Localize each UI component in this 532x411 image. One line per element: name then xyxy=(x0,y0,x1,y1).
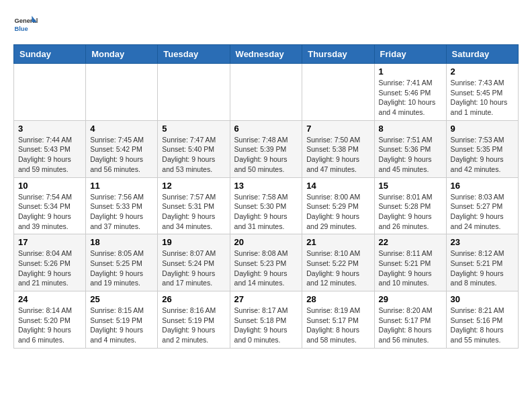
day-info: Sunrise: 7:51 AM Sunset: 5:36 PM Dayligh… xyxy=(379,135,442,175)
day-info: Sunrise: 8:12 AM Sunset: 5:21 PM Dayligh… xyxy=(451,248,514,288)
calendar-cell: 22Sunrise: 8:11 AM Sunset: 5:21 PM Dayli… xyxy=(374,234,446,291)
weekday-header: Tuesday xyxy=(158,45,230,64)
calendar-cell xyxy=(86,64,158,121)
day-info: Sunrise: 7:45 AM Sunset: 5:42 PM Dayligh… xyxy=(90,135,153,175)
day-number: 26 xyxy=(162,294,225,304)
calendar-cell: 23Sunrise: 8:12 AM Sunset: 5:21 PM Dayli… xyxy=(446,234,518,291)
calendar-cell: 19Sunrise: 8:07 AM Sunset: 5:24 PM Dayli… xyxy=(158,234,230,291)
day-number: 11 xyxy=(90,181,153,191)
calendar-cell xyxy=(230,64,302,121)
day-number: 15 xyxy=(379,181,442,191)
day-number: 20 xyxy=(234,237,298,247)
day-info: Sunrise: 8:08 AM Sunset: 5:23 PM Dayligh… xyxy=(234,248,298,288)
day-number: 8 xyxy=(379,124,442,134)
day-info: Sunrise: 8:21 AM Sunset: 5:16 PM Dayligh… xyxy=(451,306,514,345)
calendar-cell: 20Sunrise: 8:08 AM Sunset: 5:23 PM Dayli… xyxy=(230,234,302,291)
day-number: 30 xyxy=(451,294,514,304)
calendar-cell: 13Sunrise: 7:58 AM Sunset: 5:30 PM Dayli… xyxy=(230,177,302,234)
day-number: 13 xyxy=(234,181,298,191)
calendar-cell xyxy=(302,64,374,121)
day-number: 21 xyxy=(306,237,369,247)
weekday-header: Friday xyxy=(374,45,446,64)
calendar-cell: 3Sunrise: 7:44 AM Sunset: 5:43 PM Daylig… xyxy=(14,120,86,177)
day-info: Sunrise: 7:53 AM Sunset: 5:35 PM Dayligh… xyxy=(451,135,514,175)
calendar-cell: 25Sunrise: 8:15 AM Sunset: 5:19 PM Dayli… xyxy=(86,291,158,349)
day-number: 12 xyxy=(162,181,225,191)
calendar-cell: 16Sunrise: 8:03 AM Sunset: 5:27 PM Dayli… xyxy=(446,177,518,234)
day-info: Sunrise: 8:01 AM Sunset: 5:28 PM Dayligh… xyxy=(379,192,442,232)
day-info: Sunrise: 7:57 AM Sunset: 5:31 PM Dayligh… xyxy=(162,192,225,232)
calendar-cell: 2Sunrise: 7:43 AM Sunset: 5:45 PM Daylig… xyxy=(446,64,518,121)
day-info: Sunrise: 8:15 AM Sunset: 5:19 PM Dayligh… xyxy=(90,306,153,345)
day-number: 24 xyxy=(18,294,81,304)
calendar-week-row: 17Sunrise: 8:04 AM Sunset: 5:26 PM Dayli… xyxy=(14,234,519,291)
day-number: 1 xyxy=(379,66,442,77)
calendar-cell xyxy=(158,64,230,121)
weekday-header: Sunday xyxy=(14,45,86,64)
calendar-week-row: 24Sunrise: 8:14 AM Sunset: 5:20 PM Dayli… xyxy=(14,291,519,349)
logo-svg: General Blue xyxy=(13,13,38,38)
header: General Blue xyxy=(13,13,519,38)
day-number: 18 xyxy=(90,237,153,247)
calendar-cell: 11Sunrise: 7:56 AM Sunset: 5:33 PM Dayli… xyxy=(86,177,158,234)
day-number: 29 xyxy=(379,294,442,304)
calendar: SundayMondayTuesdayWednesdayThursdayFrid… xyxy=(13,44,519,349)
calendar-cell: 14Sunrise: 8:00 AM Sunset: 5:29 PM Dayli… xyxy=(302,177,374,234)
day-info: Sunrise: 8:14 AM Sunset: 5:20 PM Dayligh… xyxy=(18,306,81,345)
calendar-cell: 26Sunrise: 8:16 AM Sunset: 5:19 PM Dayli… xyxy=(158,291,230,349)
day-number: 19 xyxy=(162,237,225,247)
weekday-header: Saturday xyxy=(446,45,518,64)
day-info: Sunrise: 7:44 AM Sunset: 5:43 PM Dayligh… xyxy=(18,135,81,175)
calendar-week-row: 3Sunrise: 7:44 AM Sunset: 5:43 PM Daylig… xyxy=(14,120,519,177)
calendar-cell xyxy=(14,64,86,121)
day-info: Sunrise: 7:43 AM Sunset: 5:45 PM Dayligh… xyxy=(451,78,514,118)
day-number: 23 xyxy=(451,237,514,247)
day-info: Sunrise: 7:58 AM Sunset: 5:30 PM Dayligh… xyxy=(234,192,298,232)
day-info: Sunrise: 8:04 AM Sunset: 5:26 PM Dayligh… xyxy=(18,248,81,288)
day-info: Sunrise: 7:48 AM Sunset: 5:39 PM Dayligh… xyxy=(234,135,298,175)
day-number: 22 xyxy=(379,237,442,247)
calendar-cell: 29Sunrise: 8:20 AM Sunset: 5:17 PM Dayli… xyxy=(374,291,446,349)
calendar-cell: 15Sunrise: 8:01 AM Sunset: 5:28 PM Dayli… xyxy=(374,177,446,234)
calendar-cell: 4Sunrise: 7:45 AM Sunset: 5:42 PM Daylig… xyxy=(86,120,158,177)
day-info: Sunrise: 8:05 AM Sunset: 5:25 PM Dayligh… xyxy=(90,248,153,288)
calendar-cell: 18Sunrise: 8:05 AM Sunset: 5:25 PM Dayli… xyxy=(86,234,158,291)
logo: General Blue xyxy=(13,13,38,38)
calendar-week-row: 10Sunrise: 7:54 AM Sunset: 5:34 PM Dayli… xyxy=(14,177,519,234)
day-info: Sunrise: 8:20 AM Sunset: 5:17 PM Dayligh… xyxy=(379,306,442,345)
day-info: Sunrise: 8:00 AM Sunset: 5:29 PM Dayligh… xyxy=(306,192,369,232)
calendar-cell: 12Sunrise: 7:57 AM Sunset: 5:31 PM Dayli… xyxy=(158,177,230,234)
day-number: 27 xyxy=(234,294,298,304)
day-info: Sunrise: 7:50 AM Sunset: 5:38 PM Dayligh… xyxy=(306,135,369,175)
calendar-cell: 30Sunrise: 8:21 AM Sunset: 5:16 PM Dayli… xyxy=(446,291,518,349)
day-info: Sunrise: 8:03 AM Sunset: 5:27 PM Dayligh… xyxy=(451,192,514,232)
day-info: Sunrise: 7:47 AM Sunset: 5:40 PM Dayligh… xyxy=(162,135,225,175)
day-info: Sunrise: 8:16 AM Sunset: 5:19 PM Dayligh… xyxy=(162,306,225,345)
day-number: 25 xyxy=(90,294,153,304)
calendar-cell: 9Sunrise: 7:53 AM Sunset: 5:35 PM Daylig… xyxy=(446,120,518,177)
day-number: 9 xyxy=(451,124,514,134)
weekday-header: Wednesday xyxy=(230,45,302,64)
day-number: 7 xyxy=(306,124,369,134)
day-number: 6 xyxy=(234,124,298,134)
calendar-cell: 17Sunrise: 8:04 AM Sunset: 5:26 PM Dayli… xyxy=(14,234,86,291)
day-info: Sunrise: 7:41 AM Sunset: 5:46 PM Dayligh… xyxy=(379,78,442,118)
weekday-header: Monday xyxy=(86,45,158,64)
day-number: 2 xyxy=(451,66,514,77)
day-number: 5 xyxy=(162,124,225,134)
calendar-cell: 10Sunrise: 7:54 AM Sunset: 5:34 PM Dayli… xyxy=(14,177,86,234)
day-number: 28 xyxy=(306,294,369,304)
day-info: Sunrise: 8:17 AM Sunset: 5:18 PM Dayligh… xyxy=(234,306,298,345)
day-info: Sunrise: 8:19 AM Sunset: 5:17 PM Dayligh… xyxy=(306,306,369,345)
calendar-cell: 8Sunrise: 7:51 AM Sunset: 5:36 PM Daylig… xyxy=(374,120,446,177)
calendar-cell: 24Sunrise: 8:14 AM Sunset: 5:20 PM Dayli… xyxy=(14,291,86,349)
calendar-week-row: 1Sunrise: 7:41 AM Sunset: 5:46 PM Daylig… xyxy=(14,64,519,121)
calendar-cell: 7Sunrise: 7:50 AM Sunset: 5:38 PM Daylig… xyxy=(302,120,374,177)
day-number: 16 xyxy=(451,181,514,191)
calendar-cell: 6Sunrise: 7:48 AM Sunset: 5:39 PM Daylig… xyxy=(230,120,302,177)
calendar-cell: 21Sunrise: 8:10 AM Sunset: 5:22 PM Dayli… xyxy=(302,234,374,291)
calendar-cell: 1Sunrise: 7:41 AM Sunset: 5:46 PM Daylig… xyxy=(374,64,446,121)
day-number: 17 xyxy=(18,237,81,247)
day-info: Sunrise: 7:54 AM Sunset: 5:34 PM Dayligh… xyxy=(18,192,81,232)
weekday-header: Thursday xyxy=(302,45,374,64)
